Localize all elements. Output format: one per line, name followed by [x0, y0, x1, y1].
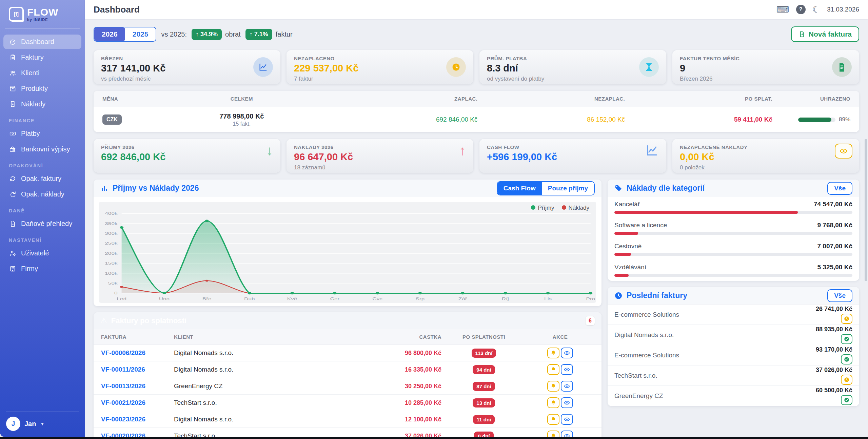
dashboard-content: 2026 2025 vs 2025: ↑ 34.9% obrat ↑ 7.1% … — [85, 19, 868, 437]
svg-text:Pro: Pro — [586, 297, 595, 301]
app-logo[interactable]: [f] FLOW by INSIDE — [0, 0, 85, 27]
kpi-row-2: PŘÍJMY 2026 692 846,00 Kč ↓ NÁKLADY 2026… — [94, 139, 859, 173]
invoice-amount: 26 741,00 Kč — [816, 306, 852, 313]
remind-button[interactable] — [547, 381, 559, 392]
view-unpaid-expenses-button[interactable] — [835, 144, 852, 159]
overdue-amount: 59 411,00 Kč — [625, 116, 772, 123]
users-icon — [9, 69, 16, 77]
overdue-title: Faktury po splatnosti — [111, 316, 186, 325]
svg-text:0: 0 — [114, 291, 118, 295]
gauge-icon — [9, 38, 16, 46]
recent-invoices-title: Poslední faktury — [627, 291, 687, 300]
sidebar-item-produkty[interactable]: Produkty — [3, 81, 81, 96]
view-invoice-button[interactable] — [561, 348, 573, 358]
invoice-number-link[interactable]: VF-00023/2026 — [101, 416, 174, 423]
view-invoice-button[interactable] — [561, 381, 573, 392]
paid-check-icon — [844, 397, 850, 403]
sidebar-footer: J Jan ▼ — [0, 407, 85, 437]
categories-all-button[interactable]: Vše — [827, 182, 852, 195]
invoice-status-paid-button[interactable] — [841, 395, 852, 405]
view-invoice-button[interactable] — [561, 364, 573, 375]
scrollbar[interactable] — [865, 139, 867, 281]
sidebar-section-finance: FINANCE — [3, 112, 81, 125]
growth-badge-faktur: ↑ 7.1% — [245, 29, 272, 40]
recent-invoices-all-button[interactable]: Vše — [827, 289, 852, 302]
sidebar-item-uzivatele[interactable]: Uživatelé — [3, 246, 81, 260]
paid-amount: 692 846,00 Kč — [330, 116, 478, 123]
invoice-status-pending-button[interactable] — [841, 375, 852, 385]
invoice-number-link[interactable]: VF-00011/2026 — [101, 366, 174, 373]
category-row: Vzdělávání5 325,00 Kč — [608, 260, 859, 281]
svg-text:Led: Led — [117, 297, 126, 301]
remind-button[interactable] — [547, 414, 559, 425]
sidebar-item-bankovni-vypisy[interactable]: Bankovní výpisy — [3, 142, 81, 156]
sidebar-item-dashboard[interactable]: Dashboard — [3, 35, 81, 49]
eye-icon — [564, 350, 570, 356]
overdue-days-badge: 87 dní — [473, 382, 495, 391]
paid-progress: 89% — [772, 116, 850, 123]
svg-text:150k: 150k — [105, 261, 118, 265]
invoice-number-link[interactable]: VF-00013/2026 — [101, 382, 174, 390]
currency-summary-card: MĚNA CELKEM ZAPLAC. NEZAPLAC. PO SPLAT. … — [94, 91, 859, 132]
category-bar — [614, 232, 638, 235]
arrow-up-icon: ↑ — [459, 144, 466, 157]
sidebar-item-platby[interactable]: Platby — [3, 126, 81, 141]
sidebar-item-naklady[interactable]: Náklady — [3, 97, 81, 111]
kpi-row-1: BŘEZEN 317 141,00 Kč vs předchozí měsíc … — [94, 50, 859, 84]
avatar: J — [6, 417, 20, 431]
keyboard-icon[interactable]: ⌨ — [776, 5, 789, 14]
year-2025-button[interactable]: 2025 — [125, 27, 156, 41]
year-2026-button[interactable]: 2026 — [94, 27, 125, 41]
new-invoice-button[interactable]: Nová faktura — [791, 26, 859, 42]
remind-button[interactable] — [547, 431, 559, 437]
overdue-table-header: FAKTURA KLIENT CASTKA PO SPLATNOSTI AKCE — [94, 329, 601, 345]
eye-icon — [564, 400, 570, 406]
invoice-number-link[interactable]: VF-00021/2026 — [101, 399, 174, 406]
kpi-card-faktur-mesic: FAKTUR TENTO MĚSÍC 9 Březen 2026 — [672, 50, 859, 84]
remind-button[interactable] — [547, 364, 559, 375]
warning-icon: ⚠ — [100, 316, 107, 325]
invoice-status-pending-button[interactable] — [841, 314, 852, 324]
pending-clock-icon — [844, 377, 850, 383]
chart-panel-header: Příjmy vs Náklady 2026 Cash Flow Pouze p… — [94, 180, 601, 197]
sidebar-item-opak-naklady[interactable]: Opak. náklady — [3, 187, 81, 202]
overdue-invoice-row: VF-00013/2026 GreenEnergy CZ 30 250,00 K… — [94, 378, 601, 395]
sidebar-item-faktury[interactable]: Faktury — [3, 50, 81, 65]
help-icon[interactable]: ? — [796, 5, 806, 14]
view-invoice-button[interactable] — [561, 414, 573, 425]
svg-text:200k: 200k — [105, 251, 118, 255]
recent-invoice-row: Digital Nomads s.r.o. 88 935,00 Kč — [608, 325, 859, 345]
kpi-value: 229 537,00 Kč — [294, 63, 466, 74]
bell-icon — [550, 367, 556, 373]
currency-table-row: CZK 778 998,00 Kč 15 fakt. 692 846,00 Kč… — [94, 107, 859, 132]
view-invoice-button[interactable] — [561, 397, 573, 408]
kpi-value: 9 — [680, 63, 852, 74]
view-invoice-button[interactable] — [561, 431, 573, 437]
current-date: 31.03.2026 — [827, 6, 859, 13]
remind-button[interactable] — [547, 397, 559, 408]
invoice-status-paid-button[interactable] — [841, 334, 852, 344]
invoice-number-link[interactable]: VF-00020/2026 — [101, 432, 174, 437]
income-only-button[interactable]: Pouze příjmy — [542, 182, 594, 195]
moon-icon[interactable]: ☾ — [812, 5, 820, 14]
sidebar-item-danove-prehledy[interactable]: Daňové přehledy — [3, 216, 81, 231]
sidebar-item-firmy[interactable]: Firmy — [3, 262, 81, 276]
svg-text:Čvc: Čvc — [372, 297, 382, 301]
overdue-invoice-row: VF-00006/2026 Digital Nomads s.r.o. 96 8… — [94, 345, 601, 361]
eye-icon — [564, 383, 570, 389]
overdue-days-badge: 0 dní — [474, 432, 493, 437]
page-title: Dashboard — [94, 4, 140, 15]
chart-line-icon — [253, 57, 273, 77]
invoice-number-link[interactable]: VF-00006/2026 — [101, 349, 174, 357]
overdue-days-badge: 113 dní — [472, 349, 496, 358]
remind-button[interactable] — [547, 348, 559, 358]
legend-dot-naklady — [562, 205, 566, 210]
invoice-status-paid-button[interactable] — [841, 354, 852, 364]
kpi-card-cashflow: CASH FLOW +596 199,00 Kč — [479, 139, 666, 173]
svg-text:250k: 250k — [105, 242, 118, 246]
sidebar-item-klienti[interactable]: Klienti — [3, 66, 81, 80]
user-menu[interactable]: J Jan ▼ — [6, 417, 79, 431]
bar-chart-icon — [100, 184, 108, 192]
sidebar-item-opak-faktury[interactable]: Opak. faktury — [3, 171, 81, 186]
cash-flow-button[interactable]: Cash Flow — [497, 182, 542, 195]
